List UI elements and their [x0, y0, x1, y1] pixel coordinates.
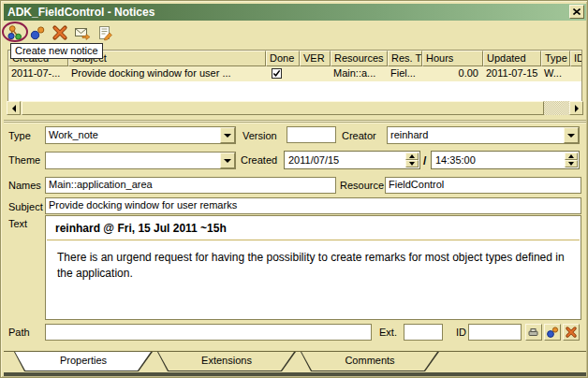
- tab-extensions-label: Extensions: [157, 355, 296, 366]
- table-cell: [300, 66, 331, 81]
- names-input[interactable]: Main::application_area: [45, 177, 336, 194]
- text-label: Text: [8, 218, 27, 229]
- spin-up-button[interactable]: [405, 153, 419, 160]
- table-cell: Provide docking window for user ...: [68, 66, 266, 81]
- theme-label: Theme: [8, 154, 40, 166]
- column-header-hours[interactable]: Hours: [422, 51, 483, 66]
- text-editor[interactable]: reinhard @ Fri, 15 Jul 2011 ~15h There i…: [45, 215, 581, 320]
- edit-notice-button[interactable]: [96, 23, 113, 41]
- path-label: Path: [8, 327, 30, 338]
- delete-reference-button[interactable]: [563, 324, 580, 341]
- tab-comments-label: Comments: [301, 355, 439, 366]
- done-checkbox-cell: [266, 66, 300, 81]
- table-cell: W...: [541, 66, 570, 81]
- table-cell: 2011-07-...: [8, 66, 68, 81]
- table-cell: [570, 66, 582, 81]
- date-spinner: [405, 153, 419, 167]
- chevron-down-icon: [224, 134, 231, 138]
- spin-up-icon: [568, 154, 574, 158]
- delete-x-icon: [565, 326, 578, 339]
- spin-down-icon: [568, 162, 574, 166]
- created-time-input[interactable]: 14:35:00: [431, 151, 580, 169]
- column-header-type[interactable]: Type: [541, 51, 570, 66]
- creator-dropdown-button[interactable]: [564, 127, 579, 143]
- created-date-input[interactable]: 2011/07/15: [284, 151, 420, 169]
- path-input[interactable]: [45, 324, 372, 341]
- creator-select-value: reinhard: [390, 129, 428, 140]
- subject-label: Subject: [8, 201, 43, 212]
- column-header-res-t[interactable]: Res. T: [388, 51, 422, 66]
- scroll-right-button[interactable]: [569, 101, 583, 115]
- text-entry-body: There is an urgend request for having th…: [46, 240, 581, 291]
- notice-balls-icon: [546, 326, 559, 339]
- created-date-value: 2011/07/15: [288, 154, 339, 166]
- tab-properties-label: Properties: [14, 355, 153, 366]
- goto-notice-button[interactable]: [544, 324, 561, 341]
- table-cell: Main::a...: [331, 66, 388, 81]
- annotation-ellipse: [2, 22, 28, 42]
- tooltip: Create new notice: [10, 43, 103, 59]
- type-dropdown-button[interactable]: [220, 127, 235, 143]
- resource-input[interactable]: FieldControl: [385, 177, 581, 194]
- chevron-down-icon: [224, 159, 231, 163]
- column-header-updated[interactable]: Updated: [483, 51, 541, 66]
- scroll-right-icon: [575, 105, 579, 112]
- spin-down-button[interactable]: [405, 160, 419, 167]
- notice-balls-icon: [29, 24, 46, 41]
- tab-comments[interactable]: Comments: [301, 352, 439, 371]
- delete-x-icon: [51, 24, 68, 41]
- text-entry-heading: reinhard @ Fri, 15 Jul 2011 ~15h: [46, 216, 581, 240]
- type-select[interactable]: Work_note: [45, 126, 236, 144]
- close-button[interactable]: [569, 5, 584, 19]
- scrollbar-track[interactable]: [544, 101, 569, 115]
- date-time-separator: /: [423, 154, 426, 167]
- spin-down-icon: [409, 162, 415, 166]
- theme-dropdown-button[interactable]: [220, 153, 235, 168]
- subject-input[interactable]: Provide docking window for user remarks: [45, 197, 581, 214]
- window-title: ADK_FieldControl - Notices: [7, 6, 154, 19]
- version-input[interactable]: [287, 126, 336, 143]
- time-spinner: [565, 153, 578, 167]
- ext-input[interactable]: [404, 324, 443, 341]
- spin-up-button[interactable]: [565, 153, 578, 160]
- scrollbar-thumb[interactable]: [22, 101, 544, 115]
- tab-properties[interactable]: Properties: [14, 352, 153, 371]
- scroll-left-icon: [12, 105, 16, 112]
- delete-notice-button[interactable]: [51, 23, 68, 41]
- column-header-resources[interactable]: Resources: [331, 51, 388, 66]
- type-label: Type: [8, 130, 31, 141]
- created-label: Created: [241, 154, 277, 166]
- theme-select[interactable]: [45, 152, 236, 169]
- send-notice-button[interactable]: [73, 23, 91, 41]
- edit-form-icon: [96, 24, 113, 41]
- column-header-done[interactable]: Done: [266, 51, 300, 66]
- window-bottom-edge: [4, 372, 586, 376]
- horizontal-scrollbar: [7, 101, 583, 116]
- check-icon: [272, 69, 281, 78]
- created-time-value: 14:35:00: [435, 154, 476, 166]
- resource-label: Resource: [340, 180, 384, 191]
- version-label: Version: [243, 130, 277, 141]
- type-select-value: Work_note: [49, 129, 98, 140]
- open-path-button[interactable]: [525, 324, 542, 341]
- scroll-left-button[interactable]: [7, 101, 21, 115]
- tab-extensions[interactable]: Extensions: [157, 352, 296, 371]
- notice-button[interactable]: [28, 23, 46, 41]
- device-icon: [527, 326, 540, 339]
- id-input[interactable]: [468, 324, 522, 341]
- send-mail-icon: [74, 24, 91, 41]
- creator-label: Creator: [342, 130, 376, 141]
- title-bar[interactable]: ADK_FieldControl - Notices: [4, 4, 586, 21]
- spin-up-icon: [409, 154, 415, 158]
- table-row[interactable]: 2011-07-...Provide docking window for us…: [8, 66, 581, 81]
- table-cell: 0.00: [422, 66, 483, 81]
- column-header-id[interactable]: ID: [570, 51, 582, 66]
- id-label: ID: [456, 327, 466, 338]
- done-checkbox[interactable]: [272, 68, 282, 79]
- creator-select[interactable]: reinhard: [387, 126, 580, 144]
- spin-down-button[interactable]: [565, 160, 578, 167]
- column-header-ver[interactable]: VER: [300, 51, 331, 66]
- notices-window: ADK_FieldControl - Notices: [0, 0, 588, 378]
- names-label: Names: [8, 180, 41, 191]
- table-cell: Fiel...: [388, 66, 422, 81]
